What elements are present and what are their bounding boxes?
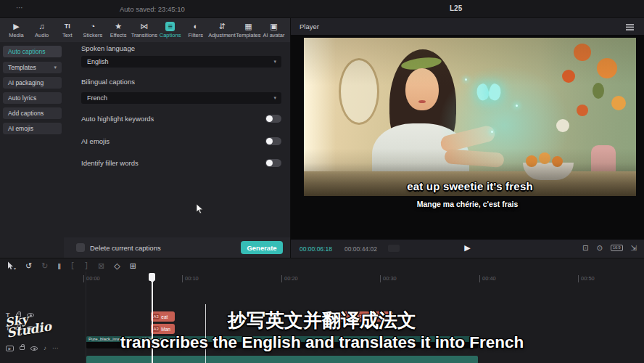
ruler-tick: 00:20 xyxy=(281,275,298,282)
ai-emojis-label: AI emojis xyxy=(81,137,110,145)
player-controls: 00:00:06:18 00:00:44:02 ▶ ⊡ ⊙ 16:9 ⇲ xyxy=(291,240,644,258)
sidebar-item-label: Templates xyxy=(8,64,36,71)
effects-icon: ★ xyxy=(115,22,122,31)
bilingual-captions-label: Bilingual captions xyxy=(81,78,135,86)
captions-panel: ▶Media ♫Audio TIText ◔Stickers ★Effects … xyxy=(0,18,290,258)
capcut-editor-window: ⋯ Auto saved: 23:45:10 L25 ▶Media ♫Audio… xyxy=(0,0,644,363)
mouse-cursor xyxy=(196,203,204,214)
sidebar-item-label: Auto lyrics xyxy=(8,94,36,102)
transitions-icon: ⋈ xyxy=(140,22,148,31)
stickers-icon: ◔ xyxy=(91,22,96,31)
audio-icon: ♫ xyxy=(39,22,45,31)
more-options-icon[interactable]: ⋯ xyxy=(16,4,23,12)
toolbar-tab-text[interactable]: TIText xyxy=(54,22,80,38)
generate-button[interactable]: Generate xyxy=(241,241,283,254)
fill-mode-icon[interactable]: ⊡ xyxy=(582,244,588,252)
toolbar-tab-label: Stickers xyxy=(83,32,103,38)
snapshot-icon[interactable]: ⊙ xyxy=(597,244,603,252)
toolbar-tab-captions[interactable]: ≡Captions xyxy=(157,22,183,38)
mask-button[interactable]: ◇ xyxy=(114,261,120,271)
ruler-tick: 00:10 xyxy=(182,275,199,282)
spoken-language-label: Spoken language xyxy=(81,44,135,52)
burned-caption-english: eat up sweetie it's fresh xyxy=(304,180,636,192)
sidebar-item-auto-captions[interactable]: Auto captions xyxy=(3,46,62,57)
toolbar-tab-audio[interactable]: ♫Audio xyxy=(29,22,54,38)
trim-right-button[interactable]: ] xyxy=(84,262,88,270)
aspect-ratio-button[interactable]: 16:9 xyxy=(611,245,623,252)
toolbar-tab-label: Effects xyxy=(110,32,127,38)
auto-highlight-keywords-toggle[interactable] xyxy=(265,115,281,123)
toolbar-tab-ai-avatar[interactable]: ▣AI avatar xyxy=(261,22,286,38)
record-button[interactable]: ⊞ xyxy=(130,261,136,271)
delete-current-captions-checkbox[interactable] xyxy=(76,243,85,252)
top-bar: ⋯ Auto saved: 23:45:10 L25 xyxy=(0,0,644,18)
undo-button[interactable]: ↺ xyxy=(25,261,32,271)
auto-highlight-keywords-label: Auto highlight keywords xyxy=(81,115,154,123)
player-title: Player xyxy=(300,23,319,30)
ruler-tick: 00:50 xyxy=(578,275,595,282)
captions-action-bar: Delete current captions Generate xyxy=(64,237,290,258)
toolbar-tab-effects[interactable]: ★Effects xyxy=(106,22,131,38)
captions-icon: ≡ xyxy=(165,22,174,31)
select-tool[interactable]: ▾ xyxy=(7,261,16,272)
ruler-tick: 00:30 xyxy=(380,275,397,282)
toolbar-tab-label: Media xyxy=(9,32,23,38)
chevron-down-icon: ▾ xyxy=(14,266,16,271)
fullscreen-icon[interactable]: ⇲ xyxy=(631,244,637,252)
toolbar-tab-label: Adjustment xyxy=(208,32,236,38)
audio-clip[interactable] xyxy=(86,356,478,363)
chevron-down-icon: ▾ xyxy=(273,95,276,101)
sidebar-item-label: Auto captions xyxy=(8,48,46,55)
trim-left-button[interactable]: [ xyxy=(70,262,75,270)
spoken-language-value: English xyxy=(87,58,109,65)
identify-filler-words-label: Identify filler words xyxy=(81,159,139,167)
delete-button[interactable]: ⊠ xyxy=(98,261,104,271)
toolbar-tab-label: Templates xyxy=(236,32,260,38)
toolbar-tab-label: Transitions xyxy=(131,32,157,38)
redo-button[interactable]: ↻ xyxy=(41,261,48,271)
sidebar-item-ai-emojis[interactable]: AI emojis xyxy=(3,123,62,134)
overlay-subtitle-chinese: 抄写英文并翻译成法文 xyxy=(0,308,644,333)
split-button[interactable]: ‖ xyxy=(57,262,61,271)
templates-icon: ▦ xyxy=(244,22,252,31)
timeline-toolbar: ▾ ↺ ↻ ‖ [ ] ⊠ ◇ ⊞ xyxy=(7,260,136,272)
overlay-subtitle-english: transcribes the English and translates i… xyxy=(0,333,644,352)
player-menu-icon[interactable] xyxy=(626,24,634,25)
toolbar-tab-filters[interactable]: ◐Filters xyxy=(183,22,208,38)
media-icon: ▶ xyxy=(13,22,19,31)
toolbar-tab-transitions[interactable]: ⋈Transitions xyxy=(131,22,157,38)
sidebar-item-add-captions[interactable]: Add captions xyxy=(3,107,62,119)
project-title: L25 xyxy=(450,4,462,12)
chevron-down-icon: ▾ xyxy=(54,65,57,70)
toolbar-tab-adjustment[interactable]: ⇵Adjustment xyxy=(208,22,236,38)
toolbar-tab-label: Filters xyxy=(189,32,203,38)
media-toolbar: ▶Media ♫Audio TIText ◔Stickers ★Effects … xyxy=(0,18,290,42)
toolbar-tab-stickers[interactable]: ◔Stickers xyxy=(80,22,105,38)
toolbar-tab-label: AI avatar xyxy=(263,32,284,38)
burned-caption-french: Mange ma chérie, c'est frais xyxy=(291,200,644,208)
sidebar-item-auto-lyrics[interactable]: Auto lyrics xyxy=(3,92,62,104)
toolbar-tab-templates[interactable]: ▦Templates xyxy=(236,22,261,38)
ai-avatar-icon: ▣ xyxy=(270,22,277,31)
spoken-language-select[interactable]: English▾ xyxy=(81,56,281,68)
identify-filler-words-toggle[interactable] xyxy=(265,159,281,167)
autosave-status: Auto saved: 23:45:10 xyxy=(120,5,185,13)
toolbar-tab-label: Audio xyxy=(35,32,49,38)
sidebar-item-label: AI emojis xyxy=(8,125,33,132)
bilingual-language-select[interactable]: French▾ xyxy=(81,92,281,104)
ruler-tick: 00:40 xyxy=(479,275,496,282)
playhead-handle[interactable] xyxy=(149,273,155,281)
bilingual-language-value: French xyxy=(87,94,107,102)
chevron-down-icon: ▾ xyxy=(273,59,276,65)
delete-current-captions-label: Delete current captions xyxy=(90,244,161,252)
filters-icon: ◐ xyxy=(193,22,198,31)
sidebar-item-templates[interactable]: Templates▾ xyxy=(3,62,62,73)
ai-emojis-toggle[interactable] xyxy=(265,137,281,145)
toolbar-tab-media[interactable]: ▶Media xyxy=(4,22,29,38)
video-preview[interactable]: eat up sweetie it's fresh xyxy=(304,38,636,196)
toolbar-tab-label: Text xyxy=(62,32,73,38)
sidebar-item-label: AI packaging xyxy=(8,79,44,86)
sidebar-item-label: Add captions xyxy=(8,110,44,117)
sidebar-item-ai-packaging[interactable]: AI packaging xyxy=(3,77,62,89)
player-panel: Player xyxy=(290,18,644,258)
